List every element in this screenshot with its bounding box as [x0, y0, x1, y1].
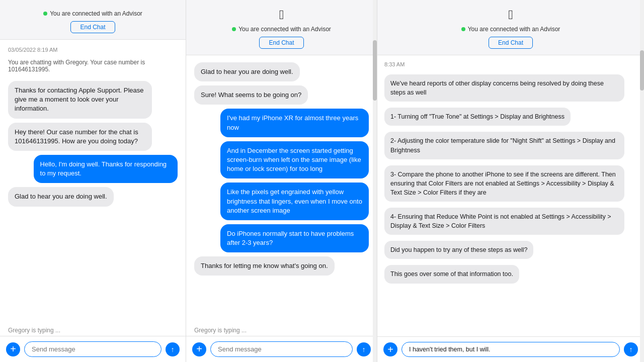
- scrollbar-thumb-2[interactable]: [373, 40, 377, 101]
- end-chat-button-1[interactable]: End Chat: [70, 21, 115, 33]
- list-item: Thanks for contacting Apple Support. Ple…: [8, 81, 152, 119]
- list-item: This goes over some of that information …: [384, 265, 519, 283]
- list-item: 2- Adjusting the color temperature slide…: [384, 132, 624, 159]
- apple-logo-3: : [508, 7, 513, 23]
- typing-indicator-1: Gregory is typing ...: [0, 327, 186, 336]
- panel2-header:  You are connected with an Advisor End …: [186, 0, 377, 55]
- send-arrow-icon-3: ↑: [629, 346, 633, 353]
- list-item: 3- Compare the phone to another iPhone t…: [384, 165, 624, 202]
- send-button-2[interactable]: ↑: [357, 342, 371, 356]
- message-input-1[interactable]: [24, 341, 162, 357]
- send-arrow-icon-1: ↑: [171, 346, 175, 353]
- list-item: We've heard reports of other display con…: [384, 74, 624, 102]
- panel3-messages-area[interactable]: 8:33 AM We've heard reports of other dis…: [377, 55, 644, 336]
- panel3-input-area: + ↑: [377, 336, 644, 362]
- panel3-header:  You are connected with an Advisor End …: [377, 0, 644, 55]
- list-item: Do iPhones normally start to have proble…: [220, 224, 369, 252]
- online-dot-1: [43, 12, 47, 16]
- connected-text-1: You are connected with an Advisor: [50, 10, 142, 17]
- chat-panel-3:  You are connected with an Advisor End …: [377, 0, 644, 362]
- connected-status-3: You are connected with an Advisor: [461, 26, 560, 33]
- add-attachment-button-3[interactable]: +: [383, 342, 397, 356]
- connected-text-2: You are connected with an Advisor: [238, 26, 331, 33]
- panel3-time: 8:33 AM: [384, 61, 637, 67]
- scrollbar-track-3[interactable]: [640, 0, 644, 362]
- panel1-header: You are connected with an Advisor End Ch…: [0, 0, 186, 40]
- send-button-1[interactable]: ↑: [166, 342, 180, 356]
- panel2-messages-area[interactable]: Glad to hear you are doing well. Sure! W…: [186, 55, 377, 327]
- end-chat-button-2[interactable]: End Chat: [259, 37, 303, 49]
- online-dot-3: [461, 27, 465, 31]
- panel2-input-area: + ↑: [186, 336, 377, 362]
- send-button-3[interactable]: ↑: [624, 342, 638, 356]
- add-attachment-button-1[interactable]: +: [6, 342, 20, 356]
- panel1-messages-area: 03/05/2022 8:19 AM You are chatting with…: [0, 40, 186, 327]
- list-item: Glad to hear you are doing well.: [194, 62, 300, 81]
- end-chat-button-3[interactable]: End Chat: [489, 37, 533, 49]
- list-item: 4- Ensuring that Reduce White Point is n…: [384, 208, 624, 235]
- message-input-2[interactable]: [210, 341, 353, 357]
- connected-status-2: You are connected with an Advisor: [232, 26, 331, 33]
- send-arrow-icon-2: ↑: [362, 346, 366, 353]
- connected-text-3: You are connected with an Advisor: [468, 26, 560, 33]
- panel1-input-area: + ↑: [0, 336, 186, 362]
- list-item: Did you happen to try any of these steps…: [384, 241, 533, 259]
- list-item: Thanks for letting me know what's going …: [194, 256, 335, 276]
- message-input-3[interactable]: [401, 342, 620, 357]
- scrollbar-track-2[interactable]: [373, 0, 377, 362]
- list-item: And in December the screen started getti…: [220, 141, 369, 179]
- scrollbar-thumb-3[interactable]: [640, 50, 644, 90]
- add-attachment-button-2[interactable]: +: [192, 342, 206, 356]
- chat-panel-2:  You are connected with an Advisor End …: [186, 0, 377, 362]
- connected-status-1: You are connected with an Advisor: [43, 10, 142, 17]
- list-item: Sure! What seems to be going on?: [194, 85, 308, 105]
- chat-panel-1: You are connected with an Advisor End Ch…: [0, 0, 186, 362]
- timestamp-1: 03/05/2022 8:19 AM: [8, 47, 178, 53]
- online-dot-2: [232, 27, 236, 31]
- list-item: I've had my iPhone XR for almost three y…: [220, 109, 369, 137]
- list-item: Glad to hear you are doing well.: [8, 187, 114, 206]
- apple-logo-2: : [279, 7, 284, 23]
- list-item: Hello, I'm doing well. Thanks for respon…: [34, 155, 178, 183]
- typing-indicator-2: Gregory is typing ...: [186, 327, 377, 336]
- list-item: Hey there! Our case number for the chat …: [8, 123, 152, 151]
- system-message-1: You are chatting with Gregory. Your case…: [8, 59, 178, 73]
- list-item: 1- Turning off "True Tone" at Settings >…: [384, 108, 571, 126]
- list-item: Like the pixels get engrained with yello…: [220, 183, 369, 220]
